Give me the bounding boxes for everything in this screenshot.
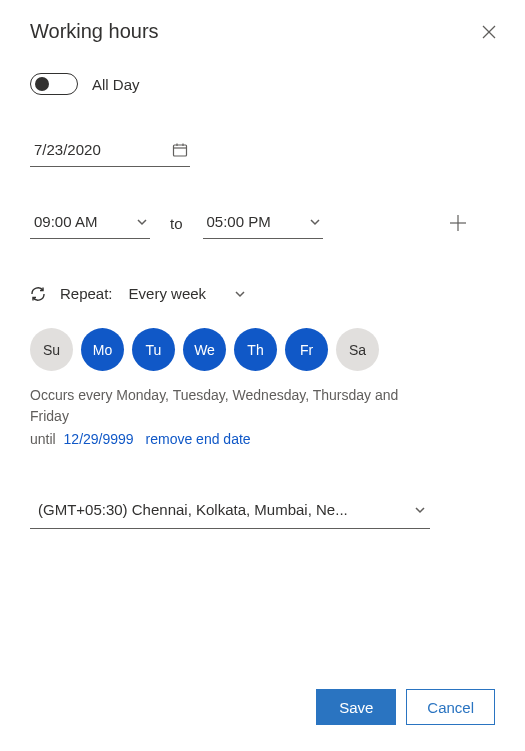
working-hours-dialog: Working hours All Day 7/23/2020 [0,0,525,751]
date-input[interactable]: 7/23/2020 [30,135,190,167]
chevron-down-icon [309,216,321,228]
to-label: to [170,215,183,232]
start-time-value: 09:00 AM [34,213,97,230]
save-button[interactable]: Save [316,689,396,725]
repeat-frequency-select[interactable]: Every week [127,281,249,306]
all-day-row: All Day [30,73,475,95]
time-row: 09:00 AM to 05:00 PM [30,207,475,239]
dialog-body: All Day 7/23/2020 09:00 AM to [30,73,525,643]
recurrence-icon [30,286,46,302]
day-chip-mo[interactable]: Mo [81,328,124,371]
day-chip-tu[interactable]: Tu [132,328,175,371]
until-row: until 12/29/9999 remove end date [30,431,475,447]
chevron-down-icon [234,288,246,300]
day-chip-su[interactable]: Su [30,328,73,371]
end-time-select[interactable]: 05:00 PM [203,207,323,239]
chevron-down-icon [136,216,148,228]
add-time-range-button[interactable] [449,214,467,232]
repeat-frequency-value: Every week [129,285,207,302]
day-chip-sa[interactable]: Sa [336,328,379,371]
svg-rect-2 [174,145,187,156]
end-time-value: 05:00 PM [207,213,271,230]
weekday-picker: SuMoTuWeThFrSa [30,328,475,371]
dialog-title: Working hours [30,20,159,43]
remove-end-date-link[interactable]: remove end date [146,431,251,447]
cancel-button[interactable]: Cancel [406,689,495,725]
time-group: 09:00 AM to 05:00 PM [30,207,323,239]
repeat-row: Repeat: Every week [30,281,475,306]
until-label: until [30,431,56,447]
chevron-down-icon [414,504,426,516]
toggle-knob [35,77,49,91]
timezone-value: (GMT+05:30) Chennai, Kolkata, Mumbai, Ne… [38,501,348,518]
day-chip-we[interactable]: We [183,328,226,371]
timezone-select[interactable]: (GMT+05:30) Chennai, Kolkata, Mumbai, Ne… [30,495,430,529]
day-chip-th[interactable]: Th [234,328,277,371]
repeat-label: Repeat: [60,285,113,302]
dialog-footer: Save Cancel [316,689,495,725]
close-icon[interactable] [481,24,497,40]
date-value: 7/23/2020 [34,141,101,158]
recurrence-summary: Occurs every Monday, Tuesday, Wednesday,… [30,385,430,427]
until-date-link[interactable]: 12/29/9999 [64,431,134,447]
dialog-header: Working hours [30,20,525,43]
day-chip-fr[interactable]: Fr [285,328,328,371]
all-day-toggle[interactable] [30,73,78,95]
date-row: 7/23/2020 [30,135,475,167]
start-time-select[interactable]: 09:00 AM [30,207,150,239]
calendar-icon[interactable] [172,142,188,158]
all-day-label: All Day [92,76,140,93]
